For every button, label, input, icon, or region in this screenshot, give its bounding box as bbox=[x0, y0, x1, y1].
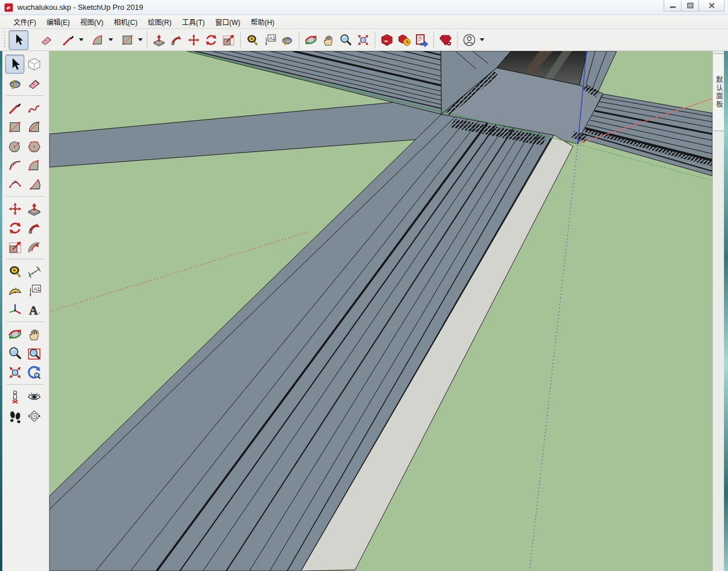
toolbar-grip[interactable] bbox=[3, 31, 6, 49]
look-around-button[interactable] bbox=[24, 387, 44, 406]
zoom-tool-button[interactable] bbox=[337, 31, 354, 49]
menu-file[interactable]: 文件(F) bbox=[8, 15, 41, 28]
select-icon bbox=[12, 33, 26, 47]
text-tool-button[interactable] bbox=[261, 31, 278, 49]
paint-bucket-tool-button[interactable] bbox=[278, 31, 296, 49]
pan-tool-button[interactable] bbox=[24, 324, 44, 344]
zoom-icon bbox=[8, 346, 23, 361]
move-tool-button[interactable] bbox=[5, 199, 24, 218]
section-plane-button[interactable] bbox=[24, 406, 44, 425]
zoom-extents-icon bbox=[356, 33, 370, 47]
rotate-icon bbox=[8, 221, 23, 236]
warehouse-3d-icon bbox=[380, 33, 394, 47]
pie-tool-button[interactable] bbox=[24, 175, 44, 194]
dimension-tool-button[interactable] bbox=[24, 262, 44, 281]
line-tool-dropdown[interactable] bbox=[77, 31, 85, 49]
tape-measure-tool-button[interactable] bbox=[244, 31, 261, 49]
previous-view-button[interactable] bbox=[24, 363, 44, 382]
zoom-tool-button[interactable] bbox=[5, 344, 24, 363]
rotate-tool-button[interactable] bbox=[5, 218, 24, 237]
follow-me-tool-button[interactable] bbox=[24, 218, 44, 237]
send-to-layout-button[interactable] bbox=[413, 31, 430, 49]
line-tool-button[interactable] bbox=[60, 31, 77, 49]
default-tray-tab[interactable]: 默认面板 bbox=[713, 53, 725, 131]
user-account-button[interactable] bbox=[461, 31, 478, 49]
scale-tool-button[interactable] bbox=[220, 31, 237, 49]
zoom-extents-button[interactable] bbox=[5, 363, 24, 382]
user-account-dropdown[interactable] bbox=[478, 31, 486, 49]
menu-edit[interactable]: 编辑(E) bbox=[41, 15, 75, 28]
tool-separator bbox=[6, 259, 44, 259]
menu-draw[interactable]: 绘图(R) bbox=[143, 15, 177, 28]
make-component-icon bbox=[27, 57, 42, 72]
three-point-arc-icon bbox=[8, 177, 23, 192]
arc-tool-button[interactable] bbox=[5, 156, 24, 175]
arc-tool-dropdown[interactable] bbox=[107, 31, 114, 49]
rectangle-tool-button[interactable] bbox=[5, 117, 24, 136]
extension-warehouse-icon bbox=[439, 33, 452, 47]
make-component-button[interactable] bbox=[24, 55, 44, 74]
protractor-tool-button[interactable] bbox=[5, 281, 24, 300]
push-pull-tool-button[interactable] bbox=[150, 31, 168, 49]
window-title: wuchalukou.skp - SketchUp Pro 2019 bbox=[17, 3, 143, 12]
walk-tool-button[interactable] bbox=[5, 406, 24, 425]
rotate-icon bbox=[204, 33, 218, 47]
paint-bucket-tool-button[interactable] bbox=[5, 74, 24, 93]
warehouse-3d-button[interactable] bbox=[378, 31, 396, 49]
section-plane-icon bbox=[27, 409, 42, 424]
share-model-button[interactable] bbox=[396, 31, 413, 49]
offset-tool-button[interactable] bbox=[24, 237, 44, 256]
axes-icon bbox=[8, 302, 23, 317]
select-tool-button[interactable] bbox=[9, 30, 28, 50]
position-camera-icon bbox=[8, 389, 23, 404]
select-tool-button[interactable] bbox=[5, 55, 24, 74]
menu-window[interactable]: 窗口(W) bbox=[210, 15, 245, 28]
eraser-tool-button[interactable] bbox=[24, 74, 44, 93]
minimize-button[interactable] bbox=[664, 0, 682, 12]
position-camera-button[interactable] bbox=[5, 387, 24, 406]
eraser-tool-button[interactable] bbox=[38, 31, 55, 49]
two-point-arc-icon bbox=[91, 33, 105, 47]
eraser-icon bbox=[27, 76, 42, 91]
scale-icon bbox=[8, 240, 23, 255]
rotated-rectangle-tool-button[interactable] bbox=[24, 117, 44, 136]
restore-icon bbox=[687, 2, 694, 9]
zoom-extents-button[interactable] bbox=[354, 31, 372, 49]
move-tool-button[interactable] bbox=[185, 31, 202, 49]
arc-tool-button[interactable] bbox=[89, 31, 107, 49]
model-viewport[interactable]: @Wefans bbox=[49, 51, 712, 571]
menu-camera[interactable]: 相机(C) bbox=[108, 15, 143, 28]
orbit-tool-button[interactable] bbox=[5, 324, 24, 344]
menu-view[interactable]: 视图(V) bbox=[75, 15, 108, 28]
dimension-icon bbox=[27, 264, 42, 279]
title-bar[interactable]: wuchalukou.skp - SketchUp Pro 2019 bbox=[0, 0, 728, 15]
zoom-window-tool-button[interactable] bbox=[24, 344, 44, 363]
menu-tools[interactable]: 工具(T) bbox=[177, 15, 210, 28]
orbit-tool-button[interactable] bbox=[302, 31, 320, 49]
freehand-tool-button[interactable] bbox=[24, 98, 44, 117]
push-pull-icon bbox=[27, 201, 42, 216]
extension-warehouse-button[interactable] bbox=[437, 31, 454, 49]
restore-button[interactable] bbox=[681, 0, 699, 12]
follow-me-tool-button[interactable] bbox=[168, 31, 185, 49]
axes-tool-button[interactable] bbox=[5, 300, 24, 319]
text-tool-button[interactable] bbox=[24, 281, 44, 300]
tape-measure-tool-button[interactable] bbox=[5, 262, 24, 281]
line-tool-button[interactable] bbox=[5, 98, 24, 117]
polygon-tool-button[interactable] bbox=[24, 136, 44, 156]
push-pull-tool-button[interactable] bbox=[24, 199, 44, 218]
rotate-tool-button[interactable] bbox=[202, 31, 220, 49]
close-button[interactable] bbox=[698, 0, 725, 12]
three-d-text-tool-button[interactable] bbox=[24, 300, 44, 319]
circle-tool-button[interactable] bbox=[5, 136, 24, 156]
menu-help[interactable]: 帮助(H) bbox=[245, 15, 280, 28]
toolbar-separator bbox=[299, 31, 299, 49]
tool-separator bbox=[6, 95, 44, 96]
rectangle-tool-button[interactable] bbox=[119, 31, 136, 49]
pan-tool-button[interactable] bbox=[320, 31, 337, 49]
three-point-arc-tool-button[interactable] bbox=[5, 175, 24, 194]
chevron-down-icon bbox=[79, 38, 84, 41]
rectangle-tool-dropdown[interactable] bbox=[136, 31, 144, 49]
scale-tool-button[interactable] bbox=[5, 237, 24, 256]
two-point-arc-tool-button[interactable] bbox=[24, 156, 44, 175]
